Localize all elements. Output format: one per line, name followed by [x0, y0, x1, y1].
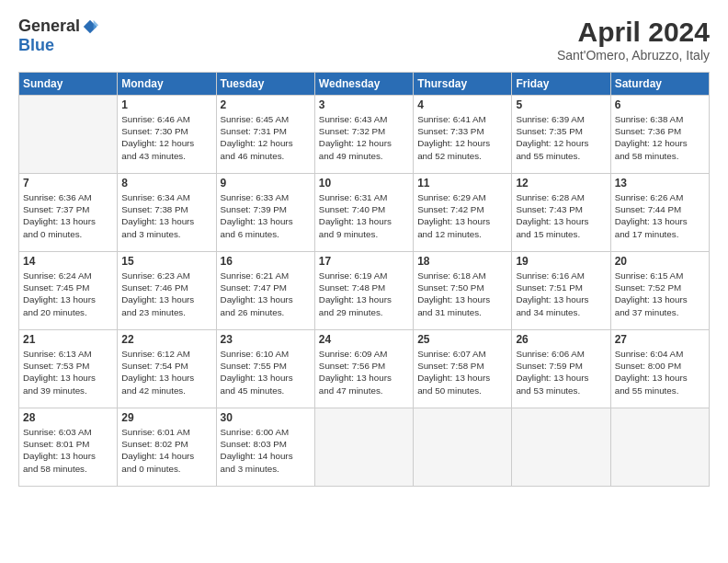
main-title: April 2024	[557, 17, 710, 48]
day-number: 20	[615, 255, 705, 268]
day-info: Sunrise: 6:43 AM Sunset: 7:32 PM Dayligh…	[319, 113, 409, 162]
day-info: Sunrise: 6:06 AM Sunset: 7:59 PM Dayligh…	[516, 348, 606, 396]
day-info: Sunrise: 6:01 AM Sunset: 8:02 PM Dayligh…	[121, 426, 211, 475]
day-info: Sunrise: 6:12 AM Sunset: 7:54 PM Dayligh…	[121, 348, 211, 396]
calendar-cell: 3Sunrise: 6:43 AM Sunset: 7:32 PM Daylig…	[314, 96, 413, 174]
day-info: Sunrise: 6:36 AM Sunset: 7:37 PM Dayligh…	[23, 191, 113, 240]
day-info: Sunrise: 6:15 AM Sunset: 7:52 PM Dayligh…	[615, 270, 705, 318]
day-info: Sunrise: 6:29 AM Sunset: 7:42 PM Dayligh…	[417, 191, 507, 240]
day-number: 17	[319, 255, 409, 268]
calendar-cell: 1Sunrise: 6:46 AM Sunset: 7:30 PM Daylig…	[118, 96, 216, 174]
header-cell-sunday: Sunday	[19, 73, 118, 96]
calendar-cell: 30Sunrise: 6:00 AM Sunset: 8:03 PM Dayli…	[216, 408, 314, 487]
day-number: 23	[221, 333, 311, 346]
day-info: Sunrise: 6:00 AM Sunset: 8:03 PM Dayligh…	[221, 426, 311, 475]
day-info: Sunrise: 6:41 AM Sunset: 7:33 PM Dayligh…	[417, 113, 507, 162]
calendar-cell: 16Sunrise: 6:21 AM Sunset: 7:47 PM Dayli…	[216, 252, 314, 330]
day-number: 22	[121, 333, 211, 346]
calendar-cell: 25Sunrise: 6:07 AM Sunset: 7:58 PM Dayli…	[414, 330, 512, 408]
day-info: Sunrise: 6:21 AM Sunset: 7:47 PM Dayligh…	[221, 270, 311, 318]
day-number: 30	[221, 411, 311, 424]
day-info: Sunrise: 6:34 AM Sunset: 7:38 PM Dayligh…	[121, 191, 211, 240]
day-number: 19	[516, 255, 606, 268]
day-info: Sunrise: 6:10 AM Sunset: 7:55 PM Dayligh…	[221, 348, 311, 396]
day-info: Sunrise: 6:31 AM Sunset: 7:40 PM Dayligh…	[319, 191, 409, 240]
day-info: Sunrise: 6:19 AM Sunset: 7:48 PM Dayligh…	[319, 270, 409, 318]
day-info: Sunrise: 6:07 AM Sunset: 7:58 PM Dayligh…	[417, 348, 507, 396]
logo: General Blue	[18, 17, 98, 55]
day-number: 5	[516, 98, 606, 111]
day-info: Sunrise: 6:38 AM Sunset: 7:36 PM Dayligh…	[615, 113, 705, 162]
calendar-cell: 23Sunrise: 6:10 AM Sunset: 7:55 PM Dayli…	[216, 330, 314, 408]
day-info: Sunrise: 6:23 AM Sunset: 7:46 PM Dayligh…	[121, 270, 211, 318]
day-number: 3	[319, 98, 409, 111]
day-info: Sunrise: 6:39 AM Sunset: 7:35 PM Dayligh…	[516, 113, 606, 162]
calendar-cell	[19, 96, 118, 174]
day-number: 16	[221, 255, 311, 268]
day-number: 26	[516, 333, 606, 346]
calendar-cell: 10Sunrise: 6:31 AM Sunset: 7:40 PM Dayli…	[314, 174, 413, 252]
day-number: 18	[417, 255, 507, 268]
calendar-cell: 15Sunrise: 6:23 AM Sunset: 7:46 PM Dayli…	[118, 252, 216, 330]
calendar-cell: 21Sunrise: 6:13 AM Sunset: 7:53 PM Dayli…	[19, 330, 118, 408]
calendar-week-row: 14Sunrise: 6:24 AM Sunset: 7:45 PM Dayli…	[19, 252, 710, 330]
calendar-cell	[610, 408, 709, 487]
day-number: 28	[23, 411, 113, 424]
svg-marker-1	[94, 19, 98, 29]
logo-general: General	[18, 17, 80, 36]
day-number: 4	[417, 98, 507, 111]
calendar-cell	[414, 408, 512, 487]
day-info: Sunrise: 6:26 AM Sunset: 7:44 PM Dayligh…	[615, 191, 705, 240]
day-number: 14	[23, 255, 113, 268]
day-number: 13	[615, 177, 705, 190]
day-number: 6	[615, 98, 705, 111]
day-number: 15	[121, 255, 211, 268]
calendar-cell: 4Sunrise: 6:41 AM Sunset: 7:33 PM Daylig…	[414, 96, 512, 174]
calendar-cell	[512, 408, 610, 487]
calendar-cell: 28Sunrise: 6:03 AM Sunset: 8:01 PM Dayli…	[19, 408, 118, 487]
calendar-cell: 13Sunrise: 6:26 AM Sunset: 7:44 PM Dayli…	[610, 174, 709, 252]
calendar-cell: 29Sunrise: 6:01 AM Sunset: 8:02 PM Dayli…	[118, 408, 216, 487]
calendar-cell: 14Sunrise: 6:24 AM Sunset: 7:45 PM Dayli…	[19, 252, 118, 330]
day-number: 2	[221, 98, 311, 111]
subtitle: Sant'Omero, Abruzzo, Italy	[557, 48, 710, 63]
day-info: Sunrise: 6:03 AM Sunset: 8:01 PM Dayligh…	[23, 426, 113, 475]
calendar-cell: 12Sunrise: 6:28 AM Sunset: 7:43 PM Dayli…	[512, 174, 610, 252]
day-info: Sunrise: 6:33 AM Sunset: 7:39 PM Dayligh…	[221, 191, 311, 240]
header-cell-thursday: Thursday	[414, 73, 512, 96]
calendar-table: SundayMondayTuesdayWednesdayThursdayFrid…	[18, 72, 710, 487]
header-cell-saturday: Saturday	[610, 73, 709, 96]
day-info: Sunrise: 6:04 AM Sunset: 8:00 PM Dayligh…	[615, 348, 705, 396]
calendar-cell: 2Sunrise: 6:45 AM Sunset: 7:31 PM Daylig…	[216, 96, 314, 174]
day-number: 9	[221, 177, 311, 190]
calendar-cell: 11Sunrise: 6:29 AM Sunset: 7:42 PM Dayli…	[414, 174, 512, 252]
calendar-header-row: SundayMondayTuesdayWednesdayThursdayFrid…	[19, 73, 710, 96]
day-info: Sunrise: 6:16 AM Sunset: 7:51 PM Dayligh…	[516, 270, 606, 318]
header-cell-friday: Friday	[512, 73, 610, 96]
header-cell-wednesday: Wednesday	[314, 73, 413, 96]
header-cell-monday: Monday	[118, 73, 216, 96]
calendar-cell: 9Sunrise: 6:33 AM Sunset: 7:39 PM Daylig…	[216, 174, 314, 252]
calendar-week-row: 28Sunrise: 6:03 AM Sunset: 8:01 PM Dayli…	[19, 408, 710, 487]
day-number: 24	[319, 333, 409, 346]
calendar-cell: 19Sunrise: 6:16 AM Sunset: 7:51 PM Dayli…	[512, 252, 610, 330]
day-number: 27	[615, 333, 705, 346]
title-block: April 2024 Sant'Omero, Abruzzo, Italy	[557, 17, 710, 63]
day-number: 7	[23, 177, 113, 190]
calendar-cell: 8Sunrise: 6:34 AM Sunset: 7:38 PM Daylig…	[118, 174, 216, 252]
day-number: 12	[516, 177, 606, 190]
calendar-week-row: 7Sunrise: 6:36 AM Sunset: 7:37 PM Daylig…	[19, 174, 710, 252]
calendar-cell: 22Sunrise: 6:12 AM Sunset: 7:54 PM Dayli…	[118, 330, 216, 408]
day-number: 1	[121, 98, 211, 111]
day-info: Sunrise: 6:13 AM Sunset: 7:53 PM Dayligh…	[23, 348, 113, 396]
day-info: Sunrise: 6:45 AM Sunset: 7:31 PM Dayligh…	[221, 113, 311, 162]
day-info: Sunrise: 6:18 AM Sunset: 7:50 PM Dayligh…	[417, 270, 507, 318]
calendar-cell	[314, 408, 413, 487]
logo-icon	[82, 18, 98, 35]
calendar-cell: 5Sunrise: 6:39 AM Sunset: 7:35 PM Daylig…	[512, 96, 610, 174]
calendar-cell: 7Sunrise: 6:36 AM Sunset: 7:37 PM Daylig…	[19, 174, 118, 252]
calendar-cell: 20Sunrise: 6:15 AM Sunset: 7:52 PM Dayli…	[610, 252, 709, 330]
calendar-cell: 27Sunrise: 6:04 AM Sunset: 8:00 PM Dayli…	[610, 330, 709, 408]
day-number: 21	[23, 333, 113, 346]
day-info: Sunrise: 6:09 AM Sunset: 7:56 PM Dayligh…	[319, 348, 409, 396]
